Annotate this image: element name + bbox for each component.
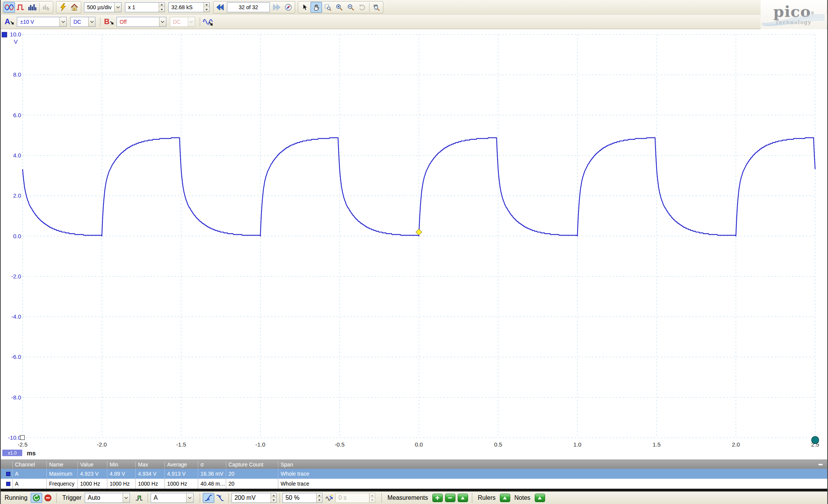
spectrum-view-button[interactable] [26,2,38,13]
scope-plot-area[interactable]: 10.08.06.04.02.00.0-2.0-4.0-6.0-8.0-10.0… [1,29,827,460]
table-cell: A [12,479,46,489]
pico-technology-logo: pico® Technology [761,0,826,29]
scope-view-button[interactable] [3,2,15,13]
previous-buffer-button[interactable] [214,2,226,13]
timebase-select[interactable]: 500 µs/div [84,2,122,12]
col-sigma[interactable]: σ [198,461,226,468]
remove-measurement-button[interactable] [445,494,455,502]
buffer-position-box[interactable]: 32 of 32 [227,2,270,12]
step-down-icon[interactable] [271,498,276,503]
step-up-icon[interactable] [204,3,209,8]
trigger-label: Trigger [62,494,82,501]
table-row[interactable]: AMaximum4.923 V4.89 V4.934 V4.913 V16.36… [1,469,827,479]
chevron-down-icon[interactable] [123,493,130,502]
add-measurement-button[interactable] [432,494,443,502]
channel-menu-arrow-icon [10,21,15,25]
probe-disabled-button [41,2,52,13]
col-name[interactable]: Name [46,461,77,468]
advanced-trigger-button[interactable] [133,493,145,503]
zoom-out-button[interactable] [345,2,356,13]
falling-edge-button[interactable] [214,493,226,503]
step-up-icon[interactable] [271,493,276,498]
zoom-factor-stepper[interactable]: x 1 [125,2,165,12]
post-trigger-delay-button[interactable] [324,493,335,503]
channel-color-icon [1,469,12,479]
col-max[interactable]: Max [135,461,164,468]
chevron-down-icon[interactable] [186,493,193,502]
trigger-marker[interactable] [416,229,422,235]
zoom-in-button[interactable] [334,2,345,13]
step-down-icon[interactable] [317,498,322,503]
sample-count-stepper[interactable]: 32.68 kS [168,2,210,12]
channel-a-menu[interactable]: A [5,17,15,26]
table-minimize-button[interactable] [818,464,823,465]
trigger-source-select[interactable]: A [151,493,194,503]
undo-zoom-icon [359,4,366,11]
table-cell: 4.923 V [77,469,107,479]
pre-trigger-stepper[interactable]: 50 % [283,493,322,503]
channel-a-coupling-select[interactable]: DC [70,17,95,27]
channel-b-menu[interactable]: B [104,17,114,26]
table-cell: 4.934 V [135,469,164,479]
statusbar-separator [200,493,200,503]
table-cell: Whole trace [278,479,827,489]
home-button[interactable] [69,2,80,13]
logo-swoosh-waves [762,13,825,26]
statusbar-separator [279,493,280,503]
edit-measurement-button[interactable] [458,494,468,502]
zoom-100-button[interactable]: 100 [371,2,382,13]
axis-origin-handle[interactable] [20,435,25,440]
channel-b-range-select[interactable]: Off [117,17,166,27]
step-down-icon[interactable] [159,7,164,12]
pointer-tools-group: 100 [298,1,383,13]
y-tick-label: -2.0 [11,273,21,280]
rising-edge-button[interactable] [203,493,214,503]
trigger-mode-select[interactable]: Auto [85,493,130,503]
start-capture-button[interactable] [31,493,42,503]
auto-setup-button[interactable] [57,2,69,13]
table-cell: 1000 Hz [107,479,135,489]
channel-a-range-select[interactable]: ±10 V [17,17,67,27]
notes-button[interactable] [535,494,545,502]
channel-a-label: A [5,17,10,26]
x-tick-label: 0.5 [494,441,502,448]
signal-generator-button[interactable] [201,16,215,27]
chevron-down-icon[interactable] [114,3,121,12]
rulers-button[interactable] [500,494,510,502]
stop-capture-button[interactable] [42,493,54,503]
col-average[interactable]: Average [164,461,198,468]
y-tick-label: 8.0 [13,71,21,78]
chevron-down-icon[interactable] [88,17,95,26]
view-mode-group [2,1,53,13]
cursor-tool-button[interactable] [299,2,310,13]
measurements-label: Measurements [388,494,428,501]
step-up-icon[interactable] [159,3,164,8]
home-icon [70,3,79,11]
col-capture-count[interactable]: Capture Count [226,461,278,468]
chevron-down-icon[interactable] [59,17,66,26]
chevron-down-icon[interactable] [159,17,166,26]
persistence-view-button[interactable] [15,2,26,13]
buffer-navigator-button[interactable] [283,2,294,13]
holdoff-value: 0 s [336,493,369,502]
col-value[interactable]: Value [77,461,107,468]
buffer-end-marker[interactable] [812,437,819,444]
channel-a-axis-handle[interactable] [2,32,7,37]
holdoff-stepper: 0 s [335,493,375,503]
table-row[interactable]: AFrequency1000 Hz1000 Hz1000 Hz1000 Hz40… [1,479,827,489]
step-down-icon[interactable] [204,7,209,12]
x-tick-label: -1.5 [176,441,186,448]
col-channel[interactable]: Channel [12,461,46,468]
y-tick-label: -10.0 [8,434,21,441]
trigger-level-stepper[interactable]: 200 mV [232,493,277,503]
x-tick-label: -0.5 [335,441,345,448]
trigger-diamond-icon[interactable] [416,229,422,235]
col-span[interactable]: Span [278,461,827,468]
channel-b-coupling-select: DC [170,17,195,27]
lightning-icon [59,3,67,11]
step-up-icon[interactable] [317,493,322,498]
channels-toolbar: A ±10 V DC B Off [1,15,827,29]
marquee-zoom-button[interactable] [322,2,334,13]
hand-tool-button[interactable] [310,2,322,13]
col-min[interactable]: Min [107,461,135,468]
